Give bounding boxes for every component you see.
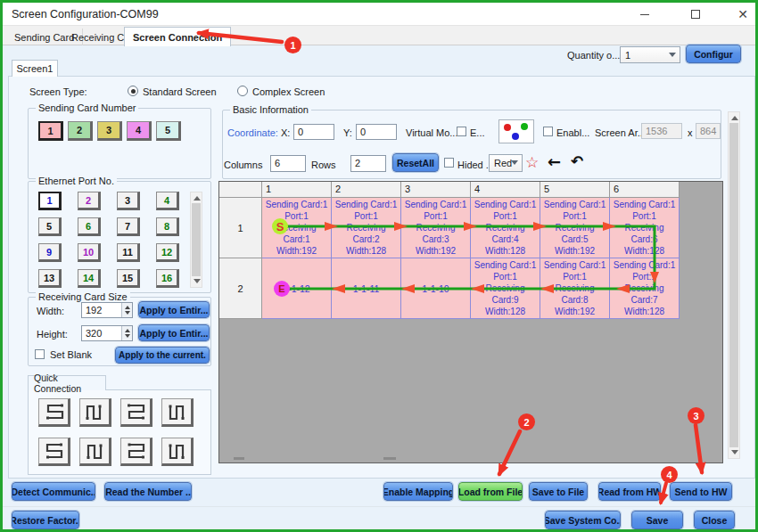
- sending-card-2-button[interactable]: 2: [68, 121, 93, 141]
- save-to-file-button[interactable]: Save to File: [529, 482, 588, 501]
- ethernet-port-4-button[interactable]: 4: [156, 192, 179, 210]
- sending-card-2-label: 2: [77, 125, 82, 135]
- undo-icon[interactable]: ↶: [571, 152, 583, 170]
- grid-cell-r2c1[interactable]: 1-1-12: [262, 258, 332, 319]
- apply-width-button[interactable]: Apply to Entir...: [138, 301, 210, 318]
- qc-pattern-1-button[interactable]: [38, 398, 70, 427]
- virtual-mode-checkbox[interactable]: [457, 127, 466, 136]
- qc-pattern-4-icon: [164, 401, 189, 422]
- grid-cell-r2c2[interactable]: 1-1-11: [332, 258, 401, 319]
- columns-input[interactable]: 6: [270, 155, 306, 172]
- grid-hscrollbar[interactable]: [234, 457, 244, 460]
- restore-factory-button[interactable]: Restore Factor..: [12, 511, 79, 529]
- radio-complex-screen[interactable]: [237, 86, 248, 96]
- ethernet-port-9-button[interactable]: 9: [38, 243, 62, 262]
- qc-pattern-3-icon: [123, 401, 148, 422]
- sending-card-4-label: 4: [136, 125, 141, 135]
- qc-pattern-3-button[interactable]: [120, 398, 152, 427]
- ethernet-port-7-button[interactable]: 7: [117, 217, 140, 236]
- qc-pattern-6-button[interactable]: [79, 438, 111, 466]
- ethernet-port-10-button[interactable]: 10: [78, 243, 101, 262]
- rgb-pattern-icon[interactable]: [498, 119, 534, 143]
- width-stepper[interactable]: 192: [81, 302, 133, 318]
- grid-cell-r1c6[interactable]: Sending Card:1Port:1ReceivingCard:6Width…: [610, 198, 680, 258]
- send-to-hw-button[interactable]: Send to HW: [670, 482, 732, 501]
- ethernet-port-11-button[interactable]: 11: [117, 243, 140, 262]
- ethernet-port-3-button[interactable]: 3: [117, 192, 140, 210]
- scrollbar-thumb[interactable]: [729, 123, 738, 447]
- grid-cell-r2c4[interactable]: Sending Card:1Port:1ReceivingCard:9Width…: [471, 258, 540, 319]
- close-dialog-button[interactable]: Close: [694, 511, 735, 529]
- tab-screen1[interactable]: Screen1: [12, 60, 58, 77]
- ethernet-port-13-button[interactable]: 13: [38, 269, 62, 288]
- save-button[interactable]: Save: [631, 511, 683, 529]
- save-system-config-button[interactable]: Save System Co..: [545, 511, 621, 529]
- grid-cell-r2c6[interactable]: Sending Card:1Port:1ReceivingCard:7Width…: [610, 258, 680, 319]
- tab-screen-connection[interactable]: Screen Connection: [124, 27, 231, 46]
- sending-card-3-button[interactable]: 3: [97, 121, 122, 141]
- grid-cell-r2c3[interactable]: 1-1-10: [401, 258, 471, 319]
- y-input[interactable]: 0: [356, 124, 397, 140]
- grid-cell-r1c3[interactable]: Sending Card:1Port:1ReceivingCard:3Width…: [401, 198, 471, 258]
- back-arrow-icon[interactable]: ←: [548, 152, 561, 171]
- configure-button[interactable]: Configur: [686, 45, 741, 63]
- qc-pattern-7-button[interactable]: [120, 438, 152, 466]
- hided-checkbox[interactable]: [444, 158, 454, 168]
- scrollbar-thumb[interactable]: [192, 203, 201, 276]
- read-from-hw-button[interactable]: Read from HW: [598, 482, 661, 501]
- ethernet-port-12-button[interactable]: 12: [156, 243, 179, 262]
- rows-input[interactable]: 2: [350, 155, 386, 172]
- read-number-button[interactable]: Read the Number ..: [104, 482, 192, 501]
- minimize-button[interactable]: [631, 6, 658, 22]
- grid-cell-r1c5[interactable]: Sending Card:1Port:1ReceivingCard:5Width…: [540, 198, 610, 258]
- apply-height-button[interactable]: Apply to Entir...: [138, 324, 210, 341]
- port-1-label: 1: [46, 195, 52, 206]
- grid-corner-cell: [219, 182, 262, 198]
- maximize-button[interactable]: [682, 6, 709, 22]
- height-stepper[interactable]: 320: [81, 325, 133, 341]
- ethernet-port-14-button[interactable]: 14: [78, 269, 101, 288]
- qc-pattern-5-button[interactable]: [38, 438, 70, 466]
- ethernet-port-6-button[interactable]: 6: [78, 217, 101, 236]
- quick-connection-tab[interactable]: Quick Connection: [28, 375, 106, 390]
- detect-communication-button[interactable]: Detect Communic..: [12, 482, 95, 501]
- screen-configuration-window: Screen Configuration-COM99 ✕ Sending Car…: [0, 0, 758, 532]
- load-from-file-button[interactable]: Load from File: [458, 482, 523, 501]
- sending-card-5-button[interactable]: 5: [156, 121, 181, 141]
- grid-hscrollbar[interactable]: [383, 457, 396, 460]
- set-blank-checkbox[interactable]: [35, 349, 45, 359]
- star-icon[interactable]: ☆: [525, 153, 539, 171]
- receiving-card-size-title: Receiving Card Size: [36, 291, 130, 302]
- ethernet-port-5-button[interactable]: 5: [38, 217, 62, 236]
- radio-standard-screen[interactable]: [128, 86, 138, 96]
- chevron-down-icon: [669, 53, 676, 57]
- reset-all-button[interactable]: ResetAll: [392, 153, 439, 172]
- ethernet-port-8-button[interactable]: 8: [156, 217, 179, 236]
- x-input[interactable]: 0: [293, 124, 334, 140]
- line-color-select[interactable]: Red: [489, 154, 523, 172]
- enable-checkbox[interactable]: [543, 127, 553, 136]
- quantity-select[interactable]: 1: [620, 46, 680, 63]
- stepper-arrows-icon[interactable]: [121, 303, 132, 317]
- grid-cell-r2c5[interactable]: Sending Card:1Port:1ReceivingCard:8Width…: [540, 258, 610, 319]
- sending-card-1-button[interactable]: 1: [38, 121, 63, 141]
- sending-card-4-button[interactable]: 4: [127, 121, 152, 141]
- sending-card-1-label: 1: [47, 126, 53, 136]
- enable-mapping-button[interactable]: Enable Mapping: [383, 482, 453, 501]
- qc-pattern-8-button[interactable]: [161, 438, 194, 466]
- close-button[interactable]: ✕: [729, 6, 756, 22]
- ethernet-port-15-button[interactable]: 15: [117, 269, 140, 288]
- grid-cell-r1c4[interactable]: Sending Card:1Port:1ReceivingCard:4Width…: [471, 198, 540, 258]
- standard-screen-label: Standard Screen: [143, 86, 217, 97]
- ethernet-port-16-button[interactable]: 16: [156, 269, 179, 288]
- stepper-arrows-icon[interactable]: [121, 326, 132, 340]
- qc-pattern-4-button[interactable]: [161, 398, 194, 427]
- port-8-label: 8: [164, 221, 169, 232]
- qc-pattern-2-button[interactable]: [79, 398, 111, 427]
- ethernet-scrollbar[interactable]: [190, 192, 202, 288]
- apply-current-button[interactable]: Apply to the current.: [115, 347, 210, 364]
- grid-cell-r1c2[interactable]: Sending Card:1Port:1ReceivingCard:2Width…: [332, 198, 401, 258]
- panel-scrollbar[interactable]: [728, 111, 740, 459]
- ethernet-port-1-button[interactable]: 1: [38, 192, 62, 210]
- ethernet-port-2-button[interactable]: 2: [78, 192, 101, 210]
